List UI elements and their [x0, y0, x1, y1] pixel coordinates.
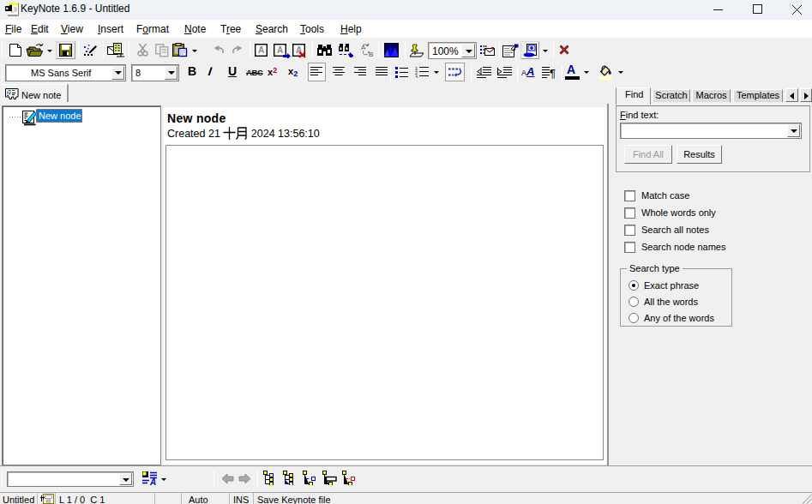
svg-text:A: A — [149, 477, 156, 486]
svg-text:3: 3 — [415, 75, 418, 78]
svg-text:A: A — [277, 45, 283, 55]
svg-text:¶: ¶ — [550, 67, 556, 79]
svg-text:B: B — [369, 51, 373, 57]
svg-text:A: A — [258, 45, 264, 55]
